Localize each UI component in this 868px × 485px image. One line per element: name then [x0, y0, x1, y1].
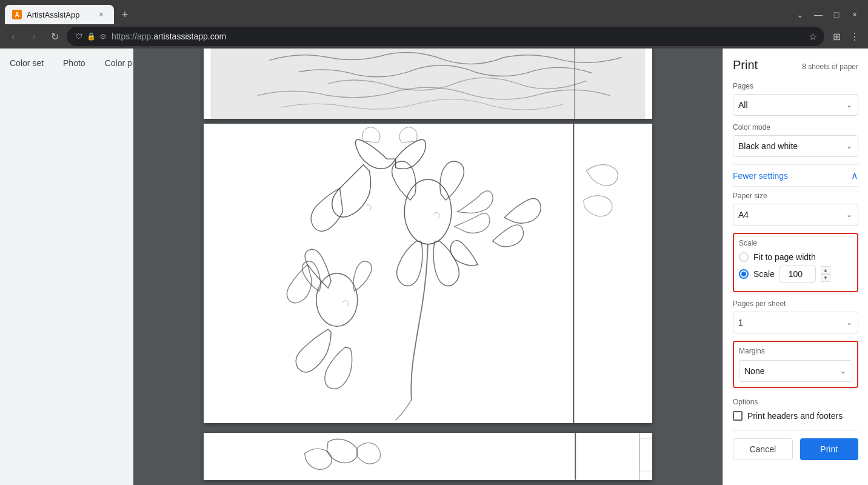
pages-label: Pages	[733, 82, 858, 90]
paper-size-label: Paper size	[733, 192, 858, 200]
scale-section-highlighted: Scale Fit to page width Scale ▲ ▼	[733, 233, 858, 292]
color-mode-select-wrapper: Black and white ⌄	[733, 135, 858, 157]
tab-bar: A ArtistAssistApp × + ⌄ — □ ×	[0, 0, 868, 24]
sketch-top	[204, 48, 652, 119]
options-section: Options Print headers and footers	[733, 398, 858, 421]
color-mode-section: Color mode Black and white ⌄	[733, 123, 858, 157]
address-domain: artistassistapp	[153, 32, 207, 41]
lock-icon: 🔒	[86, 32, 96, 41]
color-mode-label: Color mode	[733, 123, 858, 132]
address-bar-row: ‹ › ↻ 🛡 🔒 ⊙ https://app.artistassistapp.…	[0, 24, 868, 48]
address-tld: .com	[208, 32, 226, 41]
sketch-main	[204, 124, 652, 423]
paper-size-section: Paper size A4 ⌄	[733, 192, 858, 226]
print-header: Print 8 sheets of paper	[733, 58, 858, 72]
margins-select[interactable]: None	[739, 360, 852, 382]
paper-size-select-wrapper: A4 ⌄	[733, 204, 858, 226]
pages-section: Pages All ⌄	[733, 82, 858, 116]
active-tab[interactable]: A ArtistAssistApp ×	[5, 5, 114, 24]
fit-to-page-radio[interactable]	[739, 252, 749, 262]
back-button[interactable]: ‹	[5, 28, 22, 45]
nav-color-set[interactable]: Color set	[0, 53, 53, 73]
bookmark-button[interactable]: ☆	[809, 31, 817, 42]
fewer-settings-toggle[interactable]: Fewer settings ∧	[733, 164, 858, 187]
scale-radio-row: Scale ▲ ▼	[739, 266, 852, 283]
cancel-button[interactable]: Cancel	[733, 438, 793, 460]
window-controls: ⌄ — □ ×	[792, 6, 863, 23]
minimize-button[interactable]: —	[810, 6, 827, 23]
preview-page-bottom	[204, 433, 652, 480]
svg-rect-8	[575, 433, 576, 480]
svg-rect-6	[210, 433, 645, 480]
fit-to-page-row[interactable]: Fit to page width	[739, 252, 852, 262]
color-mode-select[interactable]: Black and white	[733, 135, 858, 157]
tab-title: ArtistAssistApp	[27, 10, 91, 19]
preview-page-main	[204, 124, 652, 423]
fewer-settings-chevron: ∧	[851, 170, 858, 181]
svg-rect-0	[210, 48, 645, 119]
preview-page-top	[204, 48, 652, 119]
print-headers-label: Print headers and footers	[747, 411, 843, 421]
security-icons: 🛡 🔒 ⊙	[74, 32, 108, 41]
shield-icon: 🛡	[74, 32, 84, 41]
maximize-button[interactable]: □	[828, 6, 845, 23]
preview-pages	[133, 48, 723, 485]
margins-select-wrapper: None ⌄	[739, 360, 852, 382]
print-title: Print	[733, 58, 758, 72]
site-navigation: Color set Photo Color p	[0, 48, 133, 485]
fit-to-page-label: Fit to page width	[753, 252, 816, 262]
scale-label: Scale	[739, 239, 852, 247]
action-buttons: Cancel Print	[733, 430, 858, 460]
toolbar-buttons: ⊞ ⋮	[828, 28, 863, 45]
sketch-bottom	[204, 433, 652, 480]
svg-rect-2	[210, 124, 645, 423]
tab-list-button[interactable]: ⌄	[792, 6, 809, 23]
sheets-info: 8 sheets of paper	[802, 62, 858, 71]
browser-chrome: A ArtistAssistApp × + ⌄ — □ × ‹ › ↻ 🛡 🔒 …	[0, 0, 868, 48]
address-protocol: https://app.	[112, 32, 153, 41]
scale-radio[interactable]	[739, 269, 749, 279]
tune-icon: ⊙	[98, 32, 108, 41]
options-label: Options	[733, 398, 858, 406]
forward-button[interactable]: ›	[25, 28, 42, 45]
scale-input-row: ▲ ▼	[780, 266, 830, 283]
print-headers-checkbox[interactable]	[733, 411, 743, 421]
page-content: Color set Photo Color p	[0, 48, 868, 485]
new-tab-button[interactable]: +	[116, 6, 133, 23]
pages-per-sheet-select-wrapper: 1 ⌄	[733, 312, 858, 333]
pages-per-sheet-select[interactable]: 1	[733, 312, 858, 333]
scale-input[interactable]	[780, 266, 816, 283]
extensions-button[interactable]: ⊞	[828, 28, 845, 45]
print-headers-row: Print headers and footers	[733, 411, 858, 421]
pages-select[interactable]: All	[733, 94, 858, 116]
scale-up-button[interactable]: ▲	[821, 266, 830, 274]
scale-radio-label: Scale	[753, 269, 775, 279]
scale-spinner: ▲ ▼	[821, 266, 830, 282]
address-text: https://app.artistassistapp.com	[112, 32, 226, 41]
pages-per-sheet-label: Pages per sheet	[733, 299, 858, 308]
menu-button[interactable]: ⋮	[846, 28, 863, 45]
address-bar[interactable]: 🛡 🔒 ⊙ https://app.artistassistapp.com ☆	[67, 27, 824, 46]
print-preview	[133, 48, 723, 485]
refresh-button[interactable]: ↻	[46, 28, 63, 45]
tab-favicon: A	[12, 10, 22, 19]
pages-per-sheet-section: Pages per sheet 1 ⌄	[733, 299, 858, 333]
margins-label: Margins	[739, 347, 852, 355]
print-settings-panel: Print 8 sheets of paper Pages All ⌄ Colo…	[723, 48, 868, 485]
paper-size-select[interactable]: A4	[733, 204, 858, 226]
print-button[interactable]: Print	[800, 438, 859, 460]
tab-close-button[interactable]: ×	[96, 9, 107, 20]
nav-photo[interactable]: Photo	[53, 53, 95, 73]
scale-down-button[interactable]: ▼	[821, 274, 830, 282]
margins-section-highlighted: Margins None ⌄	[733, 341, 858, 388]
close-button[interactable]: ×	[846, 6, 863, 23]
pages-select-wrapper: All ⌄	[733, 94, 858, 116]
fewer-settings-label: Fewer settings	[733, 171, 788, 181]
